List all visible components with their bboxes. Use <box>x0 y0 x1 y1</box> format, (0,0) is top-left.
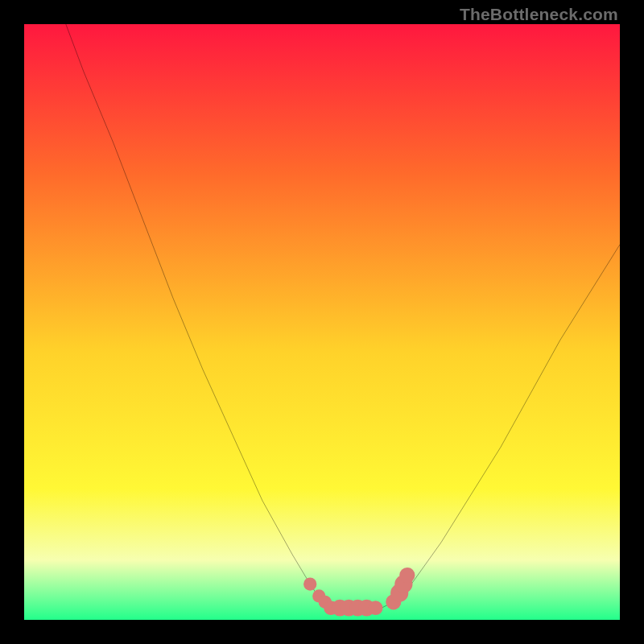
chart-frame: TheBottleneck.com <box>0 0 644 644</box>
bottleneck-curve-right <box>382 245 620 608</box>
marker-dot <box>303 577 316 590</box>
marker-dot <box>369 601 383 615</box>
plot-area <box>24 24 620 620</box>
watermark-text: TheBottleneck.com <box>460 5 618 24</box>
bottleneck-curve-left <box>66 24 334 608</box>
marker-dot <box>399 568 415 583</box>
curve-overlay <box>24 24 620 620</box>
highlighted-points <box>303 568 415 617</box>
